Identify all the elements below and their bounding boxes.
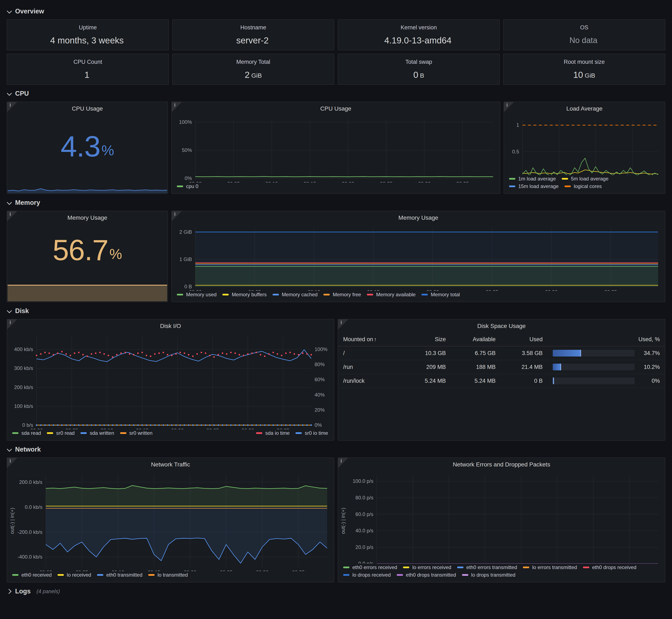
legend-item[interactable]: Memory available: [367, 292, 416, 297]
legend-item[interactable]: 1m load average: [509, 176, 556, 182]
legend-series-label: Memory cached: [282, 292, 318, 297]
panel-info-icon[interactable]: i: [172, 102, 183, 113]
chevron-down-icon: [7, 200, 12, 205]
stat-unit: GiB: [585, 72, 595, 79]
legend-item[interactable]: sr0 io time: [296, 430, 328, 436]
legend-item[interactable]: sda io time: [256, 430, 290, 436]
table-body: /10.3 GB6.75 GB3.58 GB34.7%/run209 MB188…: [338, 346, 665, 388]
panel-title[interactable]: Network Errors and Dropped Packets: [338, 458, 665, 470]
section-header-logs[interactable]: Logs (4 panels): [7, 586, 665, 597]
legend-series-color: [583, 566, 589, 568]
panel-info-icon[interactable]: i: [338, 458, 349, 469]
memory-usage-chart[interactable]: 2 GiB1 GiB0 B08:0008:0508:1008:1508:2008…: [172, 224, 665, 291]
cpu-usage-chart[interactable]: 100%50%0%08:0008:0508:1008:1508:2008:250…: [172, 115, 500, 183]
legend-item[interactable]: eth0 drops received: [583, 564, 636, 570]
legend-series-label: 15m load average: [518, 184, 559, 189]
column-header-used-pct[interactable]: Used, %: [548, 333, 665, 346]
section-header-disk[interactable]: Disk: [7, 305, 665, 317]
axis-tick-label: 08:00: [189, 289, 202, 291]
gauge-value: 0%: [639, 378, 660, 384]
network-traffic-chart[interactable]: 200.0 kb/s0.0 kb/s-200.0 kb/s-400.0 kb/s…: [7, 470, 334, 571]
legend-item[interactable]: sda written: [80, 430, 114, 436]
legend-item[interactable]: sr0 read: [47, 430, 74, 436]
panel-title[interactable]: Disk Space Usage: [338, 319, 665, 332]
legend-item[interactable]: lo errors transmitted: [523, 564, 577, 570]
legend-item[interactable]: eth0 drops transmitted: [397, 572, 456, 578]
legend-item[interactable]: Memory cached: [272, 292, 318, 297]
axis-tick-label: 08:05: [76, 569, 88, 571]
panel-info-icon[interactable]: i: [7, 458, 18, 469]
disk-io-chart[interactable]: 400 kb/s300 kb/s200 kb/s100 kb/s0 b/s100…: [7, 332, 334, 429]
legend-series-color: [397, 574, 403, 576]
legend-series-color: [403, 566, 409, 568]
load-average-chart[interactable]: 10.5008:0008:1008:2008:30: [504, 115, 665, 175]
stat-value: 4.19.0-13-amd64: [384, 31, 453, 50]
chevron-down-icon: [7, 308, 12, 314]
panel-title[interactable]: Load Average: [504, 102, 665, 115]
disk-row: i Disk I/O 400 kb/s300 kb/s200 kb/s100 k…: [7, 319, 665, 441]
legend-item[interactable]: Memory used: [177, 292, 217, 297]
legend-item[interactable]: eth0 errors received: [343, 564, 397, 570]
stat-title: Total swap: [405, 59, 432, 65]
axis-tick-label: 08:35: [604, 289, 617, 291]
legend-series-color: [223, 294, 229, 295]
section-header-overview[interactable]: Overview: [7, 6, 665, 17]
collapsed-panels-count: (4 panels): [37, 589, 60, 595]
stat-panel-cpu-count: CPU Count 1: [7, 54, 169, 85]
legend-item[interactable]: Memory buffers: [223, 292, 266, 297]
cell-mounted-on: /run/lock: [338, 374, 404, 388]
legend-series-color: [148, 574, 155, 576]
column-header-available[interactable]: Available: [451, 333, 501, 346]
section-header-network[interactable]: Network: [7, 444, 665, 455]
section-header-memory[interactable]: Memory: [7, 197, 665, 208]
panel-info-icon[interactable]: i: [172, 211, 183, 222]
cpu-usage-value: 4.3%: [7, 116, 168, 177]
legend-series-color: [523, 566, 529, 568]
axis-tick-label: 400 kb/s: [7, 346, 33, 352]
panel-memory-usage-chart: i Memory Usage 2 GiB1 GiB0 B08:0008:0508…: [171, 211, 665, 302]
axis-tick-label: 08:10: [101, 428, 113, 429]
legend-item[interactable]: lo drops received: [343, 572, 391, 578]
legend-item[interactable]: 15m load average: [509, 184, 559, 189]
panel-info-icon[interactable]: i: [7, 211, 18, 222]
legend-item[interactable]: lo received: [58, 572, 91, 578]
legend-item[interactable]: Memory free: [323, 292, 361, 297]
network-row: i Network Traffic 200.0 kb/s0.0 kb/s-200…: [7, 458, 665, 582]
legend-item[interactable]: sda read: [12, 430, 41, 436]
legend-item[interactable]: lo transmitted: [148, 572, 188, 578]
panel-load-average: i Load Average 10.5008:0008:1008:2008:30…: [503, 101, 665, 194]
panel-title[interactable]: Disk I/O: [7, 319, 334, 332]
legend-item[interactable]: lo drops transmitted: [462, 572, 515, 578]
axis-tick-label: 300 kb/s: [7, 365, 33, 371]
column-header-used[interactable]: Used: [501, 333, 548, 346]
panel-title[interactable]: CPU Usage: [172, 102, 500, 115]
legend-item[interactable]: logical cores: [564, 184, 602, 189]
panel-info-icon[interactable]: i: [7, 102, 18, 113]
panel-info-icon[interactable]: i: [504, 102, 515, 113]
panel-title[interactable]: Memory Usage: [172, 211, 665, 224]
section-header-cpu[interactable]: CPU: [7, 88, 665, 99]
axis-tick-label: 0%: [315, 422, 322, 428]
stat-title: Memory Total: [236, 59, 270, 65]
legend-series-color: [272, 294, 279, 295]
panel-title[interactable]: CPU Usage: [7, 102, 168, 115]
legend-series-label: Memory total: [431, 292, 460, 297]
panel-info-icon[interactable]: i: [338, 319, 349, 330]
column-header-mounted-on[interactable]: Mounted on↑: [338, 333, 404, 346]
network-errors-chart[interactable]: 100.0 p/s80.0 p/s60.0 p/s40.0 p/s20.0 p/…: [338, 470, 665, 564]
legend-series-label: lo transmitted: [158, 572, 188, 578]
legend-item[interactable]: eth0 received: [12, 572, 52, 578]
legend-item[interactable]: sr0 written: [120, 430, 153, 436]
column-header-size[interactable]: Size: [404, 333, 451, 346]
legend-item[interactable]: Memory total: [422, 292, 460, 297]
axis-tick-label: 08:05: [227, 181, 240, 183]
legend-item[interactable]: cpu 0: [177, 184, 198, 189]
chevron-down-icon: [7, 447, 12, 452]
legend-item[interactable]: lo errors received: [403, 564, 451, 570]
legend-item[interactable]: 5m load average: [562, 176, 609, 182]
legend-item[interactable]: eth0 transmitted: [97, 572, 142, 578]
panel-title[interactable]: Network Traffic: [7, 458, 334, 470]
panel-title[interactable]: Memory Usage: [7, 211, 168, 224]
panel-info-icon[interactable]: i: [7, 319, 18, 330]
legend-item[interactable]: eth0 errors transmitted: [457, 564, 517, 570]
